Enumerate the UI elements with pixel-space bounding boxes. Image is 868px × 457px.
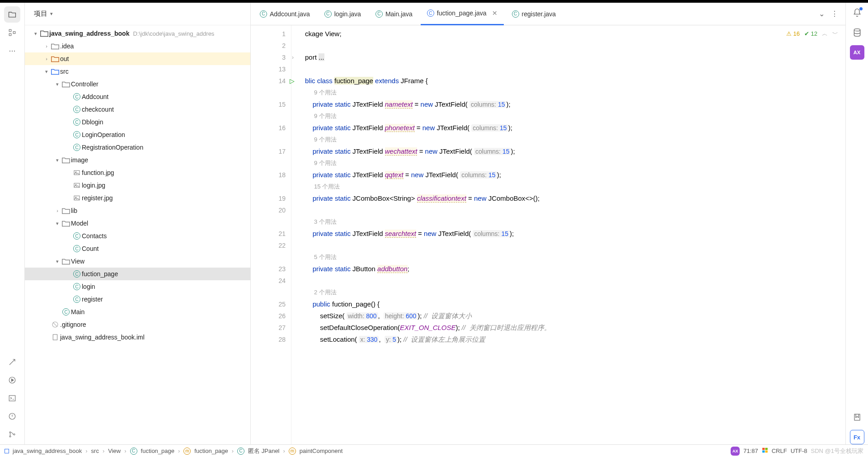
caret-position[interactable]: 71:87	[743, 448, 758, 454]
inspections-widget[interactable]: ⚠ 16 ✔ 12 ︿﹀	[786, 28, 838, 40]
svg-rect-20	[765, 448, 767, 450]
project-tree[interactable]: ▾java_swing_address_bookD:\jdk\code\java…	[25, 25, 250, 444]
svg-rect-1	[9, 33, 11, 36]
svg-rect-16	[53, 335, 57, 340]
module-icon	[5, 449, 9, 453]
ai-assistant-button[interactable]: AX	[850, 45, 864, 60]
breadcrumb[interactable]: 匿名 JPanel	[248, 447, 279, 455]
more-tool-button[interactable]: ···	[4, 42, 20, 59]
tab-fuction-page[interactable]: Cfuction_page.java✕	[421, 3, 504, 25]
svg-rect-18	[854, 414, 860, 420]
svg-point-6	[9, 432, 11, 433]
project-tool-button[interactable]	[4, 6, 20, 23]
tree-file: CMain	[25, 306, 250, 318]
project-panel-title: 项目	[34, 9, 47, 18]
structure-tool-button[interactable]	[4, 24, 20, 41]
svg-rect-21	[762, 451, 765, 453]
tree-file: login.jpg	[25, 179, 250, 192]
tree-file: function.jpg	[25, 166, 250, 179]
chevron-down-icon: ▾	[50, 11, 53, 17]
svg-point-8	[14, 434, 15, 435]
tab-register[interactable]: Cregister.java	[506, 3, 562, 25]
tab-addcount[interactable]: CAddcount.java	[253, 3, 316, 25]
breadcrumb[interactable]: fuction_page	[141, 448, 174, 454]
tree-file: Ccheckcount	[25, 103, 250, 116]
breadcrumb[interactable]: paintComponent	[300, 448, 343, 454]
svg-rect-2	[13, 32, 15, 34]
tab-main[interactable]: CMain.java	[369, 3, 419, 25]
tree-file-selected: Cfuction_page	[25, 268, 250, 280]
breadcrumb[interactable]: View	[108, 448, 121, 454]
notifications-button[interactable]	[850, 5, 864, 20]
breadcrumb[interactable]: java_swing_address_book	[13, 448, 82, 454]
terminal-tool-button[interactable]	[4, 390, 20, 406]
tree-file: Cregister	[25, 293, 250, 306]
line-separator[interactable]: CRLF	[772, 448, 787, 454]
tree-file: Clogin	[25, 280, 250, 293]
fx-button[interactable]: Fx	[850, 430, 864, 444]
tool-rail-right: AX Fx	[845, 3, 868, 444]
tree-file: CCount	[25, 242, 250, 255]
project-panel: 项目 ▾ ▾java_swing_address_bookD:\jdk\code…	[25, 3, 251, 444]
svg-rect-4	[9, 396, 15, 401]
vcs-tool-button[interactable]	[4, 426, 20, 443]
svg-rect-22	[765, 451, 767, 453]
editor-tabs: CAddcount.java Clogin.java CMain.java Cf…	[251, 3, 845, 25]
svg-point-17	[854, 29, 860, 31]
editor-area: CAddcount.java Clogin.java CMain.java Cf…	[251, 3, 845, 444]
breadcrumb[interactable]: fuction_page	[194, 448, 228, 454]
ai-status-icon[interactable]: AX	[731, 447, 740, 456]
database-button[interactable]	[850, 25, 864, 40]
tree-root: java_swing_address_book	[49, 30, 129, 37]
tree-file: CDblogin	[25, 116, 250, 128]
svg-rect-19	[762, 448, 765, 450]
windows-icon[interactable]	[762, 447, 768, 455]
build-tool-button[interactable]	[4, 354, 20, 370]
problems-tool-button[interactable]	[4, 408, 20, 424]
watermark: SDN @1号全栈玩家	[811, 447, 864, 455]
tab-login[interactable]: Clogin.java	[318, 3, 367, 25]
svg-point-7	[9, 436, 11, 437]
status-bar: java_swing_address_book› src› View› Cfuc…	[0, 444, 868, 457]
tool-rail-left: ···	[0, 3, 25, 444]
more-icon[interactable]: ⋮	[831, 9, 838, 18]
editor-gutter[interactable]: 1 2 ›3 13 ▷14 15 16 17 18 19 20 21 22	[251, 25, 291, 444]
close-icon[interactable]: ✕	[492, 9, 497, 17]
tree-file: CContacts	[25, 230, 250, 242]
editor-code[interactable]: ⚠ 16 ✔ 12 ︿﹀ ckage View; port ... blic c…	[291, 25, 845, 444]
breadcrumb[interactable]: src	[91, 448, 99, 454]
tree-file: java_swing_address_book.iml	[25, 331, 250, 344]
tree-file: CLoginOperation	[25, 128, 250, 141]
tree-file: .gitignore	[25, 318, 250, 331]
project-panel-header[interactable]: 项目 ▾	[25, 3, 250, 25]
svg-rect-0	[9, 29, 11, 32]
run-tool-button[interactable]	[4, 372, 20, 388]
encoding[interactable]: UTF-8	[791, 448, 807, 454]
tree-file: register.jpg	[25, 192, 250, 204]
tree-folder-out: ›out	[25, 52, 250, 65]
tree-file: CAddcount	[25, 90, 250, 103]
tree-file: CRegistrationOperation	[25, 141, 250, 154]
chevron-down-icon[interactable]: ⌄	[819, 9, 825, 18]
bookmarks-button[interactable]	[850, 410, 864, 424]
